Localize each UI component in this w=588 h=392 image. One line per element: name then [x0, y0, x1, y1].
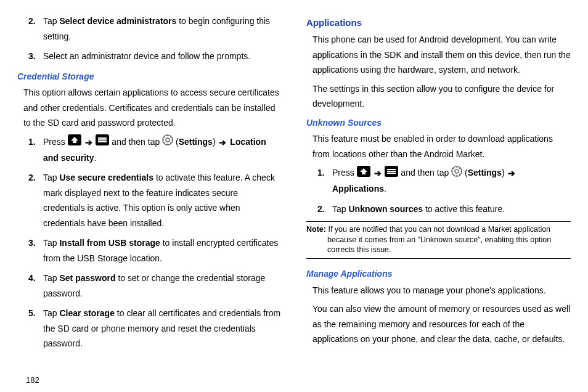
list-body: Tap Use secure credentials to activate t…: [43, 170, 282, 231]
arrow-icon: ➔: [508, 166, 515, 181]
paragraph: This feature allows you to manage your p…: [312, 283, 571, 298]
heading-applications: Applications: [306, 15, 571, 31]
list-number: 2.: [28, 14, 43, 44]
admin-steps-list: 2. Tap Select device administrators to b…: [17, 14, 282, 64]
list-body: Select an administrator device and follo…: [43, 49, 282, 64]
paragraph: The settings in this section allow you t…: [312, 81, 571, 112]
settings-icon: [162, 134, 173, 150]
svg-point-5: [163, 135, 173, 145]
list-item: 2. Tap Use secure credentials to activat…: [28, 170, 282, 231]
list-number: 3.: [28, 235, 43, 266]
svg-line-11: [165, 137, 166, 138]
svg-point-21: [455, 169, 459, 173]
menu-icon: [385, 166, 398, 182]
credential-steps-list: 1. Press ➔ and then tap (Settings) ➔ Loc…: [17, 134, 282, 351]
list-number: 3.: [28, 49, 43, 64]
svg-line-14: [170, 137, 171, 138]
list-item: 2. Tap Select device administrators to b…: [28, 14, 282, 44]
list-body: Tap Clear storage to clear all certifica…: [43, 306, 282, 351]
settings-icon: [451, 166, 462, 182]
subheading-credential-storage: Credential Storage: [17, 69, 282, 84]
list-body: Tap Set password to set or change the cr…: [43, 271, 282, 301]
svg-line-26: [454, 168, 455, 169]
svg-line-13: [165, 142, 166, 144]
svg-line-28: [454, 174, 455, 175]
list-number: 1.: [317, 165, 332, 197]
note-label: Note:: [306, 225, 326, 234]
list-item: 3. Tap Install from USB storage to insta…: [28, 235, 282, 266]
list-body: Press ➔ and then tap (Settings) ➔ Applic…: [332, 165, 571, 197]
paragraph: You can also view the amount of memory o…: [312, 301, 571, 347]
note-text: If you are notified that you can not dow…: [326, 225, 551, 254]
list-body: Press ➔ and then tap (Settings) ➔ Locati…: [43, 134, 282, 166]
svg-rect-2: [98, 137, 107, 139]
svg-point-20: [452, 166, 462, 176]
svg-line-29: [459, 168, 460, 169]
right-column: Applications This phone can be used for …: [306, 12, 571, 386]
paragraph: This option allows certain applications …: [23, 85, 282, 131]
list-number: 5.: [28, 306, 43, 351]
list-body: Tap Select device administrators to begi…: [43, 14, 282, 44]
list-item: 5. Tap Clear storage to clear all certif…: [28, 306, 282, 351]
list-item: 3. Select an administrator device and fo…: [28, 49, 282, 64]
home-icon: [357, 166, 370, 182]
svg-rect-17: [387, 169, 396, 170]
svg-rect-4: [98, 141, 107, 142]
document-page: 2. Tap Select device administrators to b…: [0, 0, 588, 392]
svg-rect-3: [98, 139, 107, 141]
note-box: Note: If you are notified that you can n…: [306, 221, 571, 259]
svg-rect-18: [387, 171, 396, 172]
paragraph: This feature must be enabled in order to…: [312, 131, 571, 161]
left-column: 2. Tap Select device administrators to b…: [17, 12, 282, 386]
arrow-icon: ➔: [219, 135, 226, 150]
home-icon: [68, 134, 81, 150]
list-number: 1.: [28, 134, 43, 166]
menu-icon: [96, 134, 109, 150]
list-item: 4. Tap Set password to set or change the…: [28, 271, 282, 301]
svg-rect-19: [387, 173, 396, 174]
unknown-steps-list: 1. Press ➔ and then tap (Settings) ➔ App…: [306, 165, 571, 216]
list-number: 4.: [28, 271, 43, 301]
arrow-icon: ➔: [374, 166, 382, 181]
list-body: Tap Install from USB storage to install …: [43, 235, 282, 266]
subheading-manage-applications: Manage Applications: [306, 266, 571, 282]
list-number: 2.: [317, 202, 332, 217]
subheading-unknown-sources: Unknown Sources: [306, 115, 571, 131]
paragraph: This phone can be used for Android devel…: [312, 32, 571, 78]
list-item: 1. Press ➔ and then tap (Settings) ➔ Loc…: [28, 134, 282, 166]
list-body: Tap Unknown sources to active this featu…: [332, 202, 571, 217]
list-item: 1. Press ➔ and then tap (Settings) ➔ App…: [317, 165, 571, 197]
list-number: 2.: [28, 170, 43, 231]
list-item: 2. Tap Unknown sources to active this fe…: [317, 202, 571, 217]
svg-point-6: [166, 138, 169, 142]
arrow-icon: ➔: [85, 135, 92, 150]
svg-line-12: [170, 142, 171, 144]
page-number: 182: [26, 375, 39, 385]
svg-line-27: [459, 174, 460, 175]
